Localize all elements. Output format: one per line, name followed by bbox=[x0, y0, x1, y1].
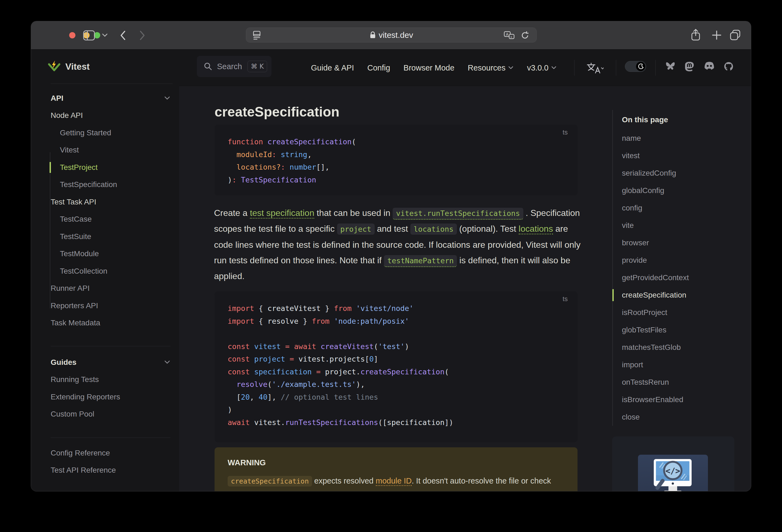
toc-item-getprovidedcontext[interactable]: getProvidedContext bbox=[622, 269, 751, 286]
code-line: import { createVitest } from 'vitest/nod… bbox=[227, 302, 564, 315]
nav-links: Guide & APIConfigBrowser ModeResourcesv3… bbox=[311, 49, 557, 86]
back-button[interactable] bbox=[119, 30, 126, 41]
tab-overview-icon[interactable] bbox=[730, 29, 741, 41]
sidebar-item-testproject[interactable]: TestProject bbox=[51, 159, 171, 176]
new-tab-icon[interactable] bbox=[711, 29, 722, 41]
toc-item-globtestfiles[interactable]: globTestFiles bbox=[622, 321, 751, 339]
nav-link-config[interactable]: Config bbox=[367, 64, 390, 72]
code-line: function createSpecification( bbox=[227, 136, 564, 148]
sidebar-item-api[interactable]: API bbox=[51, 90, 171, 107]
sidebar-item-testcollection[interactable]: TestCollection bbox=[51, 262, 171, 280]
text-run: that can be used in bbox=[314, 208, 393, 218]
nav-link-v3-0-0[interactable]: v3.0.0 bbox=[527, 64, 557, 72]
sidebar-item-guides[interactable]: Guides bbox=[51, 354, 171, 371]
warning-title: WARNING bbox=[227, 458, 564, 467]
sidebar-item-test-task-api[interactable]: Test Task API bbox=[51, 193, 171, 211]
toc-item-vite[interactable]: vite bbox=[622, 217, 751, 234]
toc-item-isrootproject[interactable]: isRootProject bbox=[622, 304, 751, 321]
mastodon-icon[interactable] bbox=[684, 62, 695, 73]
code-line: const specification = project.createSpec… bbox=[227, 366, 564, 379]
sidebar-item-config-reference[interactable]: Config Reference bbox=[51, 444, 171, 462]
code-line: ) bbox=[227, 403, 564, 416]
toc-item-vitest[interactable]: vitest bbox=[622, 147, 751, 165]
bluesky-icon[interactable] bbox=[665, 62, 676, 72]
brand-name: Vitest bbox=[65, 49, 90, 83]
sidebar-item-node-api[interactable]: Node API bbox=[51, 107, 171, 125]
sidebar-item-task-metadata[interactable]: Task Metadata bbox=[51, 315, 171, 332]
toc-item-close[interactable]: close bbox=[622, 409, 751, 426]
toc-item-ontestsrerun[interactable]: onTestsRerun bbox=[622, 374, 751, 391]
inline-link[interactable]: test specification bbox=[250, 208, 315, 219]
search-button[interactable]: Search ⌘ K bbox=[197, 56, 272, 77]
toc-item-serializedconfig[interactable]: serializedConfig bbox=[622, 165, 751, 182]
toc-item-createspecification[interactable]: createSpecification bbox=[622, 286, 751, 304]
toc-title: On this page bbox=[622, 110, 751, 130]
chevron-down-icon bbox=[164, 96, 171, 101]
close-button[interactable] bbox=[69, 32, 75, 38]
toc-item-provide[interactable]: provide bbox=[622, 252, 751, 269]
toggle-knob bbox=[636, 62, 645, 71]
sidebar-item-test-api-reference[interactable]: Test API Reference bbox=[51, 462, 171, 479]
sidebar-item-testcase[interactable]: TestCase bbox=[51, 211, 171, 228]
inline-code: createSpecification bbox=[227, 476, 312, 487]
forward-button[interactable] bbox=[139, 30, 146, 41]
warning-body: createSpecification expects resolved mod… bbox=[227, 474, 564, 491]
toc-item-name[interactable]: name bbox=[622, 130, 751, 147]
address-bar[interactable]: vitest.dev Ax bbox=[246, 28, 537, 42]
code-line: const vitest = await createVitest('test'… bbox=[227, 340, 564, 353]
sidebar-item-testsuite[interactable]: TestSuite bbox=[51, 228, 171, 245]
toc-item-isbrowserenabled[interactable]: isBrowserEnabled bbox=[622, 391, 751, 409]
ad-image: </> bbox=[638, 455, 708, 491]
toc-item-browser[interactable]: browser bbox=[622, 234, 751, 252]
warning-callout: WARNING createSpecification expects reso… bbox=[215, 447, 577, 491]
sidebar-item-custom-pool[interactable]: Custom Pool bbox=[51, 406, 171, 423]
on-this-page: On this page namevitestserializedConfigg… bbox=[612, 110, 751, 426]
brand[interactable]: Vitest bbox=[31, 49, 179, 83]
sidebar-nav: APINode APIGetting StartedVitestTestProj… bbox=[51, 90, 171, 479]
code-line: await vitest.runTestSpecifications([spec… bbox=[227, 416, 564, 429]
code-line: const project = vitest.projects[0] bbox=[227, 353, 564, 366]
discord-icon[interactable] bbox=[704, 62, 715, 71]
ad-card[interactable]: </> bbox=[612, 436, 734, 491]
sidebar-item-running-tests[interactable]: Running Tests bbox=[51, 371, 171, 389]
nav-divider bbox=[616, 60, 616, 76]
svg-text:</>: </> bbox=[666, 466, 680, 476]
nav-link-browser-mode[interactable]: Browser Mode bbox=[403, 64, 455, 72]
translate-icon[interactable]: Ax bbox=[504, 31, 515, 40]
inline-link[interactable]: locations bbox=[519, 224, 553, 235]
sidebar-item-extending-reporters[interactable]: Extending Reporters bbox=[51, 388, 171, 406]
sidebar-item-reporters-api[interactable]: Reporters API bbox=[51, 297, 171, 315]
inline-link[interactable]: vitest.runTestSpecifications bbox=[393, 208, 523, 220]
reload-icon[interactable] bbox=[521, 31, 529, 40]
text-run: expects resolved bbox=[312, 476, 376, 485]
toc-item-matchestestglob[interactable]: matchesTestGlob bbox=[622, 339, 751, 356]
url-text: vitest.dev bbox=[246, 28, 536, 42]
dark-mode-toggle[interactable] bbox=[625, 61, 646, 72]
chevron-down-icon bbox=[164, 360, 171, 364]
toc-item-import[interactable]: import bbox=[622, 356, 751, 374]
share-icon[interactable] bbox=[691, 29, 701, 41]
sidebar-chevron-icon[interactable] bbox=[102, 33, 108, 37]
sidebar-item-testspecification[interactable]: TestSpecification bbox=[51, 176, 171, 193]
inline-link[interactable]: module ID bbox=[376, 476, 412, 486]
inline-link[interactable]: testNamePattern bbox=[384, 255, 457, 267]
sidebar-item-vitest[interactable]: Vitest bbox=[51, 142, 171, 159]
search-label: Search bbox=[217, 62, 242, 71]
sidebar-group-line bbox=[50, 152, 50, 309]
code-line bbox=[227, 327, 564, 340]
github-icon[interactable] bbox=[723, 62, 734, 73]
toc-item-config[interactable]: config bbox=[622, 199, 751, 217]
sidebar-item-testmodule[interactable]: TestModule bbox=[51, 245, 171, 263]
sidebar-toggle-icon[interactable] bbox=[83, 30, 95, 41]
toc-item-globalconfig[interactable]: globalConfig bbox=[622, 182, 751, 199]
sidebar-item-runner-api[interactable]: Runner API bbox=[51, 280, 171, 297]
svg-text:x: x bbox=[510, 35, 512, 38]
language-icon[interactable] bbox=[586, 62, 604, 75]
chevron-down-icon bbox=[551, 66, 557, 70]
inline-code: locations bbox=[410, 223, 457, 235]
nav-link-resources[interactable]: Resources bbox=[468, 64, 514, 72]
sidebar-divider bbox=[51, 346, 171, 346]
nav-link-guide-api[interactable]: Guide & API bbox=[311, 64, 354, 72]
code-lang-badge: ts bbox=[563, 129, 568, 136]
sidebar-item-getting-started[interactable]: Getting Started bbox=[51, 124, 171, 142]
